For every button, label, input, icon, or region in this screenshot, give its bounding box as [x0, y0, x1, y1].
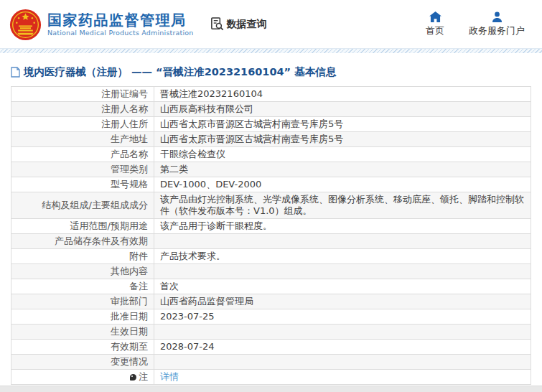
- row-label: 结构及组成/主要组成成分: [11, 192, 154, 219]
- nav-gov-portal-label: 政务服务门户: [469, 24, 525, 37]
- site-header: 国家药品监督管理局 National Medical Products Admi…: [0, 0, 542, 48]
- header-right-nav: 首页 政务服务门户: [426, 11, 529, 37]
- data-query-icon: [210, 17, 225, 32]
- row-value: [154, 234, 531, 249]
- table-row: 型号规格 DEV-1000、DEV-2000: [11, 177, 531, 192]
- row-label: 生效日期: [11, 325, 154, 340]
- table-row: 结构及组成/主要组成成分 该产品由灯光控制系统、光学成像系统、图像分析系统、移动…: [11, 192, 531, 219]
- row-label: 其他内容: [11, 264, 154, 279]
- row-label: 生产地址: [11, 132, 154, 147]
- user-icon: [492, 11, 503, 22]
- row-label: 注册证编号: [11, 87, 154, 102]
- row-label: 备注: [11, 279, 154, 294]
- row-label: 注册人住所: [11, 117, 154, 132]
- row-value: 该产品由灯光控制系统、光学成像系统、图像分析系统、移动底座、颌托、脚踏和控制软件…: [154, 192, 531, 219]
- row-value: DEV-1000、DEV-2000: [154, 177, 531, 192]
- table-row: 产品储存条件及有效期: [11, 234, 531, 249]
- row-label: 有效期至: [11, 340, 154, 355]
- row-value: 详情: [154, 370, 531, 385]
- table-row: 注册人名称 山西辰高科技有限公司: [11, 102, 531, 117]
- table-row: 注册人住所 山西省太原市晋源区古城营村南壹号库房5号: [11, 117, 531, 132]
- brand-subtitle: National Medical Products Administration: [47, 29, 194, 37]
- table-row: 审批部门 山西省药品监督管理局: [11, 294, 531, 309]
- nav-gov-portal[interactable]: 政务服务门户: [469, 11, 525, 37]
- nav-home-label: 首页: [426, 24, 444, 37]
- row-value: 首次: [154, 279, 531, 294]
- row-value: 山西省太原市晋源区古城营村南壹号库房5号: [154, 132, 531, 147]
- row-value: 山西辰高科技有限公司: [154, 102, 531, 117]
- detail-link[interactable]: 详情: [160, 371, 179, 382]
- row-label: 产品储存条件及有效期: [11, 234, 154, 249]
- row-label: 审批部门: [11, 294, 154, 309]
- table-row: 有效期至 2028-07-24: [11, 340, 531, 355]
- home-icon: [429, 11, 441, 22]
- table-row: 备注 首次: [11, 279, 531, 294]
- row-label: 注册人名称: [11, 102, 154, 117]
- row-label: 注: [11, 370, 154, 385]
- table-row: 附件 产品技术要求。: [11, 249, 531, 264]
- row-label: 附件: [11, 249, 154, 264]
- row-label: 产品名称: [11, 147, 154, 162]
- row-label: 适用范围/预期用途: [11, 219, 154, 234]
- nav-home[interactable]: 首页: [426, 11, 444, 37]
- row-value: 2023-07-25: [154, 309, 531, 325]
- data-query-label: 数据查询: [227, 18, 267, 31]
- table-row: 生产地址 山西省太原市晋源区古城营村南壹号库房5号: [11, 132, 531, 147]
- header-divider-stripe: [0, 48, 542, 53]
- row-label: 管理类别: [11, 162, 154, 177]
- row-value: [154, 355, 531, 370]
- note-icon: [130, 374, 136, 381]
- page-footer-bar: [0, 386, 542, 392]
- table-row: 管理类别 第二类: [11, 162, 531, 177]
- data-query-nav[interactable]: 数据查询: [210, 17, 267, 32]
- row-value: 2028-07-24: [154, 340, 531, 355]
- table-row: 变更情况: [11, 355, 531, 370]
- row-value: 干眼综合检查仪: [154, 147, 531, 162]
- row-value: 产品技术要求。: [154, 249, 531, 264]
- breadcrumb-text: 境内医疗器械（注册） —— “晋械注准20232160104” 基本信息: [24, 65, 336, 79]
- registration-info-table: 注册证编号 晋械注准20232160104 注册人名称 山西辰高科技有限公司 注…: [11, 86, 531, 385]
- row-label: 变更情况: [11, 355, 154, 370]
- table-row: 批准日期 2023-07-25: [11, 309, 531, 325]
- document-icon: [11, 67, 20, 78]
- brand-title: 国家药品监督管理局: [47, 11, 194, 29]
- info-table-body: 注册证编号 晋械注准20232160104 注册人名称 山西辰高科技有限公司 注…: [11, 87, 531, 385]
- row-value: 山西省药品监督管理局: [154, 294, 531, 309]
- row-label: 型号规格: [11, 177, 154, 192]
- row-value: [154, 325, 531, 340]
- table-row: 注 详情: [11, 370, 531, 385]
- table-row: 其他内容: [11, 264, 531, 279]
- brand-block: 国家药品监督管理局 National Medical Products Admi…: [47, 11, 194, 37]
- row-value: 山西省太原市晋源区古城营村南壹号库房5号: [154, 117, 531, 132]
- table-row: 注册证编号 晋械注准20232160104: [11, 87, 531, 102]
- row-value: 晋械注准20232160104: [154, 87, 531, 102]
- table-row: 生效日期: [11, 325, 531, 340]
- row-label: 批准日期: [11, 309, 154, 325]
- table-row: 适用范围/预期用途 该产品用于诊断干眼程度。: [11, 219, 531, 234]
- row-value: 该产品用于诊断干眼程度。: [154, 219, 531, 234]
- row-value: 第二类: [154, 162, 531, 177]
- national-emblem-logo: [9, 9, 42, 41]
- row-value: [154, 264, 531, 279]
- table-row: 产品名称 干眼综合检查仪: [11, 147, 531, 162]
- breadcrumb: 境内医疗器械（注册） —— “晋械注准20232160104” 基本信息: [11, 65, 542, 79]
